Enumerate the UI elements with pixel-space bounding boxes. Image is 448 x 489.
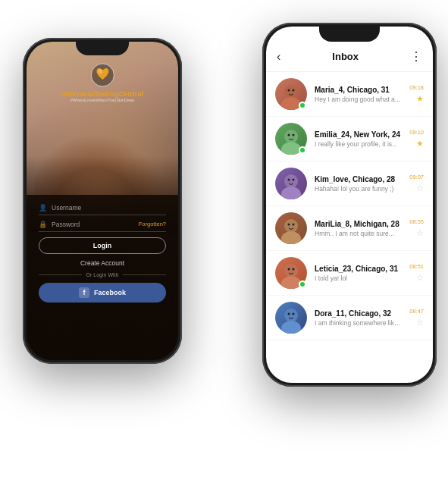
- svg-point-16: [293, 179, 295, 181]
- message-sender-name: Emilia_24, New York, 24: [315, 130, 402, 139]
- message-item[interactable]: Leticia_23, Chicago, 31I told ya! lol08:…: [266, 251, 433, 296]
- message-content: Leticia_23, Chicago, 31I told ya! lol: [315, 265, 402, 282]
- svg-point-28: [284, 309, 298, 322]
- svg-point-15: [288, 179, 290, 181]
- avatar-wrap: [275, 302, 307, 334]
- logo-tagline: #WhereLoveIsMoreThanSkinDeep: [61, 98, 143, 102]
- forgotten-link[interactable]: Forgotten?: [139, 221, 166, 227]
- star-button[interactable]: ★: [416, 139, 424, 149]
- avatar: [275, 302, 307, 334]
- facebook-button[interactable]: f Facebook: [39, 283, 166, 302]
- svg-point-31: [293, 313, 295, 315]
- message-sender-name: Kim_love, Chicago, 28: [315, 175, 402, 183]
- svg-point-6: [293, 89, 295, 92]
- message-item[interactable]: Kim_love, Chicago, 28Hahaha! lol you are…: [266, 161, 433, 206]
- message-sender-name: Leticia_23, Chicago, 31: [315, 265, 402, 273]
- svg-point-26: [293, 268, 295, 271]
- back-button[interactable]: ‹: [277, 50, 280, 64]
- left-notch: [76, 42, 129, 55]
- lock-icon: 🔒: [39, 221, 47, 228]
- svg-point-21: [293, 224, 295, 226]
- avatar: [275, 212, 307, 244]
- svg-point-25: [288, 268, 290, 271]
- message-meta: 09:18★: [409, 84, 424, 104]
- message-meta: 08:51☆: [409, 263, 424, 283]
- logo-icon: [90, 63, 114, 87]
- create-account-button[interactable]: Create Account: [39, 259, 166, 267]
- message-sender-name: Dora_11, Chicago, 32: [315, 309, 402, 318]
- message-content: Maria_4, Chicago, 31Hey I am doing good …: [315, 86, 402, 103]
- message-item[interactable]: Dora_11, Chicago, 32I am thinking somewh…: [266, 296, 433, 340]
- avatar-wrap: [275, 257, 307, 289]
- svg-point-3: [284, 85, 298, 99]
- svg-point-5: [288, 89, 290, 92]
- avatar-wrap: [275, 123, 307, 155]
- right-phone-screen: ‹ Inbox ⋮ Maria_4, Chicago, 31Hey I am d…: [266, 27, 433, 383]
- user-icon: 👤: [39, 204, 47, 212]
- message-preview: Hey I am doing good what a...: [315, 96, 402, 103]
- svg-point-18: [284, 219, 298, 233]
- message-preview: Hahaha! lol you are funny ;): [315, 185, 402, 193]
- online-indicator: [299, 281, 306, 288]
- right-phone: ‹ Inbox ⋮ Maria_4, Chicago, 31Hey I am d…: [262, 23, 437, 387]
- right-notch: [319, 27, 380, 42]
- logo-title: InterracialDatingCentral: [61, 90, 143, 98]
- inbox-screen: ‹ Inbox ⋮ Maria_4, Chicago, 31Hey I am d…: [266, 27, 433, 383]
- password-label[interactable]: Password: [52, 221, 134, 228]
- star-button[interactable]: ☆: [416, 318, 424, 328]
- message-content: Dora_11, Chicago, 32I am thinking somewh…: [315, 309, 402, 327]
- svg-point-14: [281, 187, 301, 199]
- message-preview: Hmm.. I am not quite sure...: [315, 230, 402, 237]
- message-list: Maria_4, Chicago, 31Hey I am doing good …: [266, 72, 433, 383]
- online-indicator: [299, 102, 306, 109]
- login-button[interactable]: Login: [39, 237, 166, 254]
- logo-area: InterracialDatingCentral #WhereLoveIsMor…: [61, 63, 143, 102]
- login-form: 👤 Username 🔒 Password Forgotten? Login C…: [27, 195, 178, 360]
- message-time: 09:18: [409, 84, 424, 91]
- message-item[interactable]: Maria_4, Chicago, 31Hey I am doing good …: [266, 72, 433, 117]
- dating-app-screen: InterracialDatingCentral #WhereLoveIsMor…: [27, 42, 178, 360]
- svg-point-13: [284, 174, 298, 188]
- star-button[interactable]: ☆: [416, 183, 424, 193]
- svg-point-1: [98, 69, 102, 74]
- message-content: MariLia_8, Michigan, 28Hmm.. I am not qu…: [315, 220, 402, 237]
- or-text: Or Login With: [86, 272, 119, 277]
- star-button[interactable]: ☆: [416, 273, 424, 283]
- message-meta: 08:47☆: [409, 308, 424, 328]
- left-phone: InterracialDatingCentral #WhereLoveIsMor…: [23, 38, 182, 364]
- avatar-wrap: [275, 212, 307, 244]
- left-phone-screen: InterracialDatingCentral #WhereLoveIsMor…: [27, 42, 178, 360]
- message-item[interactable]: MariLia_8, Michigan, 28Hmm.. I am not qu…: [266, 206, 433, 251]
- username-label[interactable]: Username: [52, 204, 166, 212]
- star-button[interactable]: ★: [416, 94, 424, 104]
- svg-point-9: [281, 142, 301, 155]
- svg-point-11: [293, 134, 295, 136]
- username-row: 👤 Username: [39, 204, 166, 215]
- message-time: 08:47: [409, 308, 424, 315]
- message-time: 09:07: [409, 174, 424, 180]
- message-content: Emilia_24, New York, 24I really like you…: [315, 130, 402, 148]
- svg-point-10: [288, 134, 290, 136]
- avatar-wrap: [275, 168, 307, 199]
- svg-point-30: [288, 313, 290, 315]
- message-content: Kim_love, Chicago, 28Hahaha! lol you are…: [315, 175, 402, 193]
- avatar: [275, 168, 307, 199]
- or-divider: Or Login With: [39, 272, 166, 277]
- online-indicator: [299, 146, 306, 154]
- svg-point-24: [281, 276, 301, 289]
- message-meta: 09:07☆: [409, 174, 424, 193]
- message-preview: I told ya! lol: [315, 274, 402, 282]
- svg-point-8: [284, 130, 298, 143]
- message-preview: I really like your profile, it is...: [315, 140, 402, 148]
- message-time: 09:10: [409, 129, 424, 136]
- message-item[interactable]: Emilia_24, New York, 24I really like you…: [266, 117, 433, 161]
- svg-point-29: [281, 321, 301, 334]
- message-sender-name: MariLia_8, Michigan, 28: [315, 220, 402, 228]
- message-sender-name: Maria_4, Chicago, 31: [315, 86, 402, 94]
- message-time: 08:51: [409, 263, 424, 270]
- svg-point-4: [281, 97, 301, 110]
- more-menu-button[interactable]: ⋮: [410, 49, 422, 64]
- message-time: 08:55: [409, 218, 424, 225]
- svg-point-19: [281, 231, 301, 244]
- star-button[interactable]: ☆: [416, 228, 424, 238]
